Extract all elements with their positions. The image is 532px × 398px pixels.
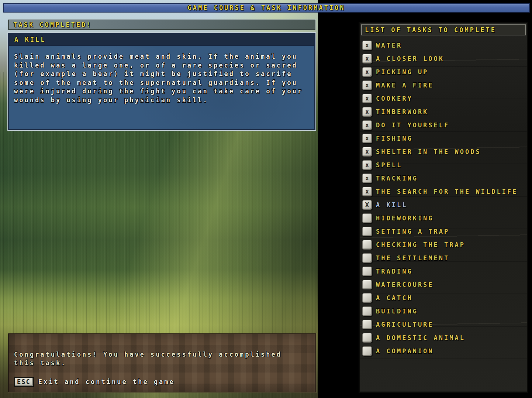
task-row[interactable]: X A KILL (361, 198, 526, 212)
task-row[interactable]: CHECKING THE TRAP (361, 238, 526, 251)
task-row[interactable]: x DO IT YOURSELF (361, 119, 526, 132)
task-row[interactable]: x THE SEARCH FOR THE WILDLIFE (361, 185, 526, 198)
task-label: THE SETTLEMENT (376, 254, 449, 262)
task-checkbox[interactable] (362, 213, 372, 223)
task-checkbox[interactable] (362, 293, 372, 303)
task-row[interactable]: x MAKE A FIRE (361, 79, 526, 92)
esc-action-label: Exit and continue the game (38, 378, 175, 385)
task-label: TRACKING (376, 175, 418, 182)
task-checkbox[interactable]: x (362, 80, 372, 90)
task-row[interactable]: x WATER (361, 39, 526, 52)
task-row[interactable]: A DOMESTIC ANIMAL (361, 331, 526, 344)
task-list-header-text: LIST OF TASKS TO COMPLETE (362, 25, 525, 35)
task-label: TRADING (376, 268, 413, 275)
task-row[interactable]: x TIMBERWORK (361, 105, 526, 119)
task-label: CHECKING THE TRAP (376, 241, 465, 248)
task-label: THE SEARCH FOR THE WILDLIFE (376, 188, 518, 195)
task-list-header: LIST OF TASKS TO COMPLETE (361, 24, 526, 35)
task-row[interactable]: x TRACKING (361, 172, 526, 185)
task-row[interactable]: HIDEWORKING (361, 212, 526, 225)
task-row[interactable]: x FISHING (361, 132, 526, 145)
esc-key[interactable]: ESC (14, 377, 34, 387)
task-label: A KILL (376, 201, 407, 209)
task-checkbox[interactable]: x (362, 134, 372, 143)
task-label: SETTING A TRAP (376, 228, 449, 235)
game-course-task-screen: GAME COURSE & TASK INFORMATION TASK COMP… (0, 0, 532, 398)
task-label: A CATCH (376, 294, 413, 302)
task-checkbox[interactable] (362, 306, 372, 316)
task-label: TIMBERWORK (376, 108, 428, 116)
task-label: A DOMESTIC ANIMAL (376, 334, 465, 342)
task-checkbox[interactable]: x (362, 107, 372, 117)
task-label: PICKING UP (376, 68, 428, 76)
task-checkbox[interactable]: x (362, 120, 372, 130)
esc-row: ESC Exit and continue the game (14, 377, 175, 387)
page-title: GAME COURSE & TASK INFORMATION (187, 4, 345, 11)
task-row[interactable]: SETTING A TRAP (361, 225, 526, 238)
task-row[interactable]: x COOKERY (361, 92, 526, 105)
task-list: x WATER x A CLOSER LOOK x PICKING UP x M… (361, 39, 526, 358)
task-label: WATERCOURSE (376, 281, 434, 288)
completion-panel: Congratulations! You have successfully a… (8, 333, 316, 392)
task-detail-header: A KILL (9, 34, 314, 46)
task-label: DO IT YOURSELF (376, 121, 449, 129)
title-bar: GAME COURSE & TASK INFORMATION (3, 3, 530, 13)
task-checkbox[interactable] (362, 333, 372, 343)
task-checkbox[interactable]: x (362, 187, 372, 196)
task-row[interactable]: BUILDING (361, 305, 526, 318)
congratulations-text: Congratulations! You have successfully a… (14, 350, 282, 367)
task-checkbox[interactable]: x (362, 67, 372, 77)
task-label: AGRICULTURE (376, 321, 434, 328)
task-label: FISHING (376, 135, 413, 142)
task-completed-banner: TASK COMPLETED! (8, 20, 315, 30)
task-checkbox[interactable]: x (362, 41, 372, 50)
task-row[interactable]: A COMPANION (361, 344, 526, 358)
task-label: HIDEWORKING (376, 215, 434, 222)
task-checkbox[interactable]: x (362, 94, 372, 103)
task-row[interactable]: x SPELL (361, 158, 526, 172)
task-checkbox[interactable]: x (362, 147, 372, 157)
task-label: A COMPANION (376, 347, 434, 355)
task-description: Slain animals provide meat and skin. If … (9, 46, 314, 104)
task-row[interactable]: WATERCOURSE (361, 278, 526, 291)
task-label: SPELL (376, 161, 402, 169)
task-checkbox[interactable] (362, 346, 372, 356)
task-checkbox[interactable]: X (362, 200, 372, 210)
task-row[interactable]: x PICKING UP (361, 65, 526, 79)
task-checkbox[interactable]: x (362, 160, 372, 170)
task-row[interactable]: AGRICULTURE (361, 318, 526, 331)
task-checkbox[interactable] (362, 280, 372, 289)
task-checkbox[interactable] (362, 227, 372, 236)
task-row[interactable]: x A CLOSER LOOK (361, 52, 526, 65)
task-checkbox[interactable] (362, 320, 372, 329)
task-checkbox[interactable] (362, 240, 372, 250)
task-row[interactable]: A CATCH (361, 291, 526, 305)
task-label: BUILDING (376, 308, 418, 315)
task-list-panel: LIST OF TASKS TO COMPLETE x WATER x A CL… (359, 22, 528, 393)
task-row[interactable]: x SHELTER IN THE WOODS (361, 145, 526, 158)
task-detail-panel: A KILL Slain animals provide meat and sk… (8, 33, 315, 130)
task-label: A CLOSER LOOK (376, 55, 444, 62)
task-checkbox[interactable] (362, 267, 372, 276)
task-completed-text: TASK COMPLETED! (9, 20, 315, 29)
task-label: WATER (376, 42, 402, 49)
task-checkbox[interactable] (362, 253, 372, 263)
task-label: COOKERY (376, 95, 413, 102)
task-label: MAKE A FIRE (376, 82, 434, 89)
task-label: SHELTER IN THE WOODS (376, 148, 481, 155)
task-row[interactable]: TRADING (361, 265, 526, 278)
task-row[interactable]: THE SETTLEMENT (361, 251, 526, 265)
task-checkbox[interactable]: x (362, 174, 372, 183)
task-checkbox[interactable]: x (362, 54, 372, 64)
task-detail-title: A KILL (9, 34, 314, 45)
